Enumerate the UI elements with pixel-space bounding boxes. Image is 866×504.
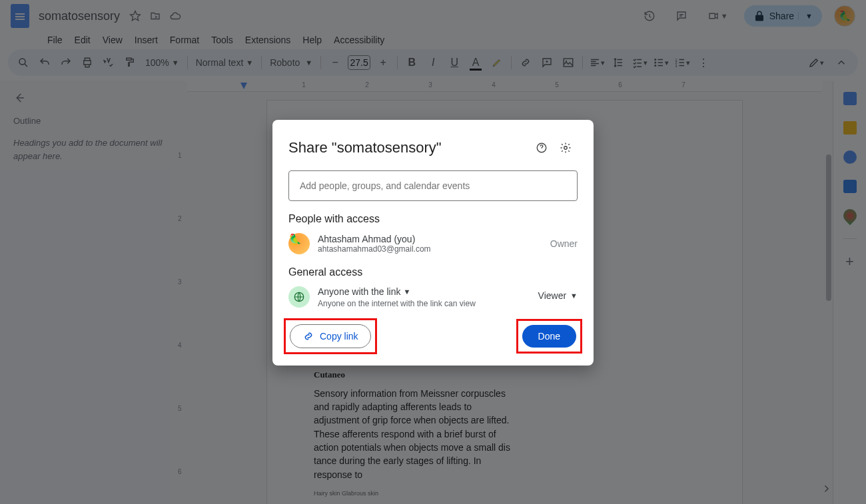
access-row: Anyone with the link▼ Anyone on the inte… [288,286,578,308]
person-avatar: 🦜 [288,233,310,254]
dialog-title: Share "somatosensory" [288,139,530,156]
highlight-box: Copy link [288,323,372,350]
person-name: Ahtasham Ahmad (you) [318,234,431,244]
general-section-title: General access [288,266,578,278]
globe-icon [288,286,310,308]
copy-link-label: Copy link [320,331,358,342]
done-button[interactable]: Done [522,325,576,348]
person-role: Owner [550,238,578,249]
role-label: Viewer [538,290,567,301]
gear-icon[interactable] [554,136,578,160]
access-type-label: Anyone with the link [318,286,401,297]
access-type-select[interactable]: Anyone with the link▼ [318,286,476,297]
access-description: Anyone on the internet with the link can… [318,299,476,308]
people-section-title: People with access [288,213,578,225]
svg-point-10 [564,146,568,150]
copy-link-button[interactable]: Copy link [290,324,371,348]
highlight-box: Done [521,324,578,349]
link-icon [302,330,314,342]
help-icon[interactable] [530,136,554,160]
share-dialog: Share "somatosensory" People with access… [272,120,594,366]
person-row: 🦜 Ahtasham Ahmad (you) ahtashamahmad03@g… [288,233,578,254]
role-select[interactable]: Viewer▼ [538,286,578,301]
modal-overlay[interactable]: Share "somatosensory" People with access… [0,0,866,504]
person-email: ahtashamahmad03@gmail.com [318,244,431,254]
add-people-input[interactable] [288,170,578,201]
